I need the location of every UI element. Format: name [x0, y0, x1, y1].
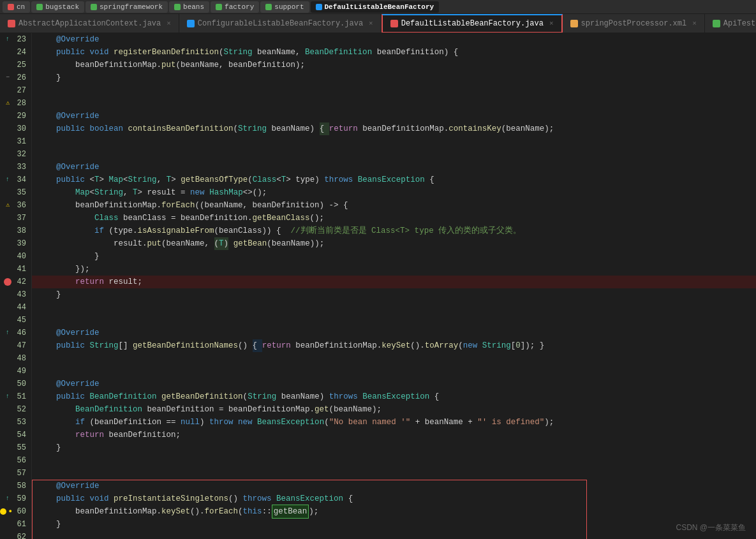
ln-35: 35	[3, 186, 26, 199]
code-line-50: @Override	[32, 378, 756, 390]
code-line-32	[32, 148, 756, 161]
code-line-38: if (type.isAssignableFrom(beanClass)) { …	[32, 225, 756, 237]
code-line-42: return result;	[32, 276, 756, 288]
ln-47: 47	[3, 339, 26, 352]
ln-51: ↑ 51	[3, 390, 26, 403]
code-line-43: }	[32, 288, 756, 301]
code-line-54: return beanDefinition;	[32, 429, 756, 441]
code-line-27	[32, 84, 756, 97]
code-line-37: Class beanClass = beanDefinition.getBean…	[32, 212, 756, 225]
code-line-33: @Override	[32, 161, 756, 174]
code-line-25: beanDefinitionMap.put(beanName, beanDefi…	[32, 59, 756, 71]
ln-59: ↑ 59	[3, 492, 26, 505]
ln-23: ↑ 23	[3, 33, 26, 46]
browser-tab-factory[interactable]: factory	[211, 1, 259, 13]
watermark: CSDN @一条菜菜鱼	[676, 521, 746, 534]
gutter-warn-36: ⚠	[3, 201, 12, 210]
ln-60: ● 60	[3, 505, 26, 518]
code-line-52: BeanDefinition beanDefinition = beanDefi…	[32, 403, 756, 416]
code-line-28	[32, 97, 756, 110]
line-numbers: ↑ 23 24 25 − 26 27 ⚠ 28 29	[0, 33, 32, 539]
code-line-48	[32, 352, 756, 365]
editor-tab-apitest[interactable]: ApiTest.java ×	[705, 14, 756, 33]
code-line-23: @Override	[32, 33, 756, 46]
code-line-46: @Override	[32, 327, 756, 339]
ln-61: 61	[3, 518, 26, 531]
code-line-31	[32, 135, 756, 148]
browser-tab-beans[interactable]: beans	[169, 1, 209, 13]
gutter-arrow-46: ↑	[3, 329, 12, 337]
gutter-warn-60: ●	[9, 507, 12, 516]
ln-41: 41	[3, 263, 26, 276]
code-line-26: }	[32, 71, 756, 84]
browser-tab-bar: cn bugstack springframework beans factor…	[0, 0, 756, 14]
ln-28: ⚠ 28	[3, 97, 26, 110]
ln-36: ⚠ 36	[3, 199, 26, 212]
ln-48: 48	[3, 352, 26, 365]
code-line-36: beanDefinitionMap.forEach((beanName, bea…	[32, 199, 756, 212]
ln-24: 24	[3, 46, 26, 59]
ln-56: 56	[3, 454, 26, 467]
ln-54: 54	[3, 429, 26, 441]
code-line-62	[32, 531, 756, 539]
code-editor[interactable]: @Override public void registerBeanDefini…	[32, 33, 756, 539]
gutter-arrow-34: ↑	[3, 175, 12, 184]
browser-tab-defaultlistablebean[interactable]: DefaultListableBeanFactory	[311, 1, 440, 13]
gutter-arrow-23: ↑	[3, 35, 12, 44]
code-line-47: public String[] getBeanDefinitionNames()…	[32, 339, 756, 352]
ln-25: 25	[3, 59, 26, 71]
code-line-40: }	[32, 250, 756, 263]
browser-tab-support[interactable]: support	[260, 1, 309, 13]
code-line-59: public void preInstantiateSingletons() t…	[32, 492, 756, 505]
editor-tab-bar: AbstractApplicationContext.java × Config…	[0, 14, 756, 33]
code-line-45	[32, 314, 756, 327]
code-line-29: @Override	[32, 110, 756, 122]
ln-44: 44	[3, 301, 26, 314]
code-line-34: public <T> Map<String, T> getBeansOfType…	[32, 174, 756, 186]
code-line-39: result.put(beanName, (T) getBean(beanNam…	[32, 237, 756, 250]
editor-tab-abstractapplication[interactable]: AbstractApplicationContext.java ×	[0, 14, 179, 33]
editor-tab-springpostprocessor[interactable]: springPostProcessor.xml ×	[563, 14, 705, 33]
browser-tab-cn[interactable]: cn	[3, 1, 30, 13]
gutter-warn-28: ⚠	[3, 99, 12, 108]
code-line-44	[32, 301, 756, 314]
ln-33: 33	[3, 161, 26, 174]
ln-45: 45	[3, 314, 26, 327]
ln-34: ↑ 34	[3, 174, 26, 186]
ln-53: 53	[3, 416, 26, 429]
ln-50: 50	[3, 378, 26, 390]
ln-26: − 26	[3, 71, 26, 84]
ln-40: 40	[3, 250, 26, 263]
ln-38: 38	[3, 225, 26, 237]
ln-30: 30	[3, 122, 26, 135]
ln-27: 27	[3, 84, 26, 97]
app-container: cn bugstack springframework beans factor…	[0, 0, 756, 539]
code-line-57	[32, 467, 756, 480]
breakpoint-42	[4, 278, 11, 286]
ln-43: 43	[3, 288, 26, 301]
code-line-51: public BeanDefinition getBeanDefinition(…	[32, 390, 756, 403]
code-container: ↑ 23 24 25 − 26 27 ⚠ 28 29	[0, 33, 756, 539]
code-line-53: if (beanDefinition == null) throw new Be…	[32, 416, 756, 429]
browser-tab-springframework[interactable]: springframework	[85, 1, 168, 13]
code-line-30: public boolean containsBeanDefinition(St…	[32, 122, 756, 135]
code-line-24: public void registerBeanDefinition(Strin…	[32, 46, 756, 59]
ln-32: 32	[3, 148, 26, 161]
code-line-56	[32, 454, 756, 467]
gutter-arrow-59: ↑	[3, 494, 12, 503]
ln-29: 29	[3, 110, 26, 122]
ln-49: 49	[3, 365, 26, 378]
ln-57: 57	[3, 467, 26, 480]
code-line-55: }	[32, 441, 756, 454]
browser-tab-bugstack[interactable]: bugstack	[31, 1, 84, 13]
ln-31: 31	[3, 135, 26, 148]
editor-tab-defaultlistable[interactable]: DefaultListableBeanFactory.java ×	[382, 14, 563, 33]
ln-55: 55	[3, 441, 26, 454]
code-line-58: @Override	[32, 480, 756, 492]
code-line-49	[32, 365, 756, 378]
code-line-35: Map<String, T> result = new HashMap<>();	[32, 186, 756, 199]
breakpoint-60	[0, 508, 6, 515]
code-line-61: }	[32, 518, 756, 531]
editor-tab-configurablelistable[interactable]: ConfigurableListableBeanFactory.java ×	[179, 14, 382, 33]
ln-39: 39	[3, 237, 26, 250]
